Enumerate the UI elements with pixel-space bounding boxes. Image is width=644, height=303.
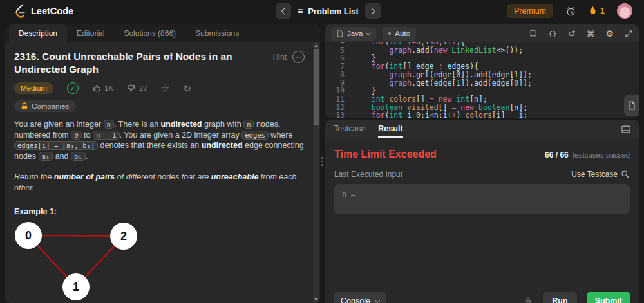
scroll-down-icon[interactable]	[314, 298, 318, 301]
language-label: Java	[347, 30, 363, 37]
companies-button[interactable]: Companies	[14, 100, 76, 112]
problem-title: 2316. Count Unreachable Pairs of Nodes i…	[14, 50, 273, 76]
line-number: 11	[325, 95, 345, 104]
premium-button[interactable]: Premium	[507, 4, 553, 18]
use-testcase-button[interactable]: Use Testcase	[571, 170, 630, 179]
companies-label: Companies	[32, 102, 69, 110]
shortcuts-icon[interactable]: ⌘	[586, 30, 594, 38]
passed-label: testcases passed	[573, 151, 630, 159]
editor-toolbar-icons: {} ↺ ⌘ ⚙	[529, 29, 633, 38]
left-scrollbar-thumb[interactable]	[314, 49, 319, 125]
debug-bug-icon[interactable]	[523, 296, 533, 303]
nav-center: ≡ Problem List	[276, 3, 381, 19]
editor-panel: Java Auto {} ↺ ⌘ ⚙	[325, 24, 639, 118]
note-file-icon	[628, 101, 636, 110]
problem-panel: Description Editorial Solutions (866) Su…	[5, 24, 320, 303]
likes-count: 1K	[104, 84, 113, 92]
use-testcase-label: Use Testcase	[571, 170, 618, 179]
line-number: 8	[325, 71, 345, 79]
chevron-down-icon	[375, 297, 380, 302]
favorite-star-icon[interactable]: ☆	[161, 84, 169, 93]
code-file-icon	[337, 30, 343, 37]
code-lines: 4 for(int i=0;i<n;i++){5 graph.add(new L…	[325, 42, 639, 118]
more-options-icon[interactable]	[292, 51, 305, 63]
tab-testcase[interactable]: Testcase	[334, 120, 365, 138]
settings-gear-icon[interactable]: ⚙	[605, 29, 614, 38]
reset-code-icon[interactable]: ↺	[568, 29, 576, 38]
last-input-field[interactable]: n =	[334, 184, 630, 214]
console-bar: Console Run Submit	[334, 292, 630, 303]
code-editor[interactable]: 4 for(int i=0;i<n;i++){5 graph.add(new L…	[325, 42, 639, 118]
code-line: 13 for(int i=0;i<n;i++) colors[i] = i;	[325, 111, 639, 118]
line-number: 13	[325, 111, 345, 118]
auto-button[interactable]: Auto	[383, 27, 416, 41]
tab-solutions[interactable]: Solutions (866)	[114, 24, 185, 42]
use-testcase-icon	[621, 170, 630, 179]
avatar[interactable]	[617, 3, 632, 19]
language-selector[interactable]: Java	[331, 27, 376, 41]
leetcode-logo-icon	[13, 3, 26, 18]
run-status: Time Limit Exceeded	[334, 149, 437, 160]
thumbs-up-icon	[92, 84, 101, 93]
example-heading: Example 1:	[14, 207, 305, 216]
timer-icon[interactable]	[565, 6, 576, 17]
passed-count: 66 / 66	[545, 151, 569, 160]
auto-dot-icon	[388, 32, 391, 35]
tab-description[interactable]: Description	[9, 24, 67, 42]
chevron-right-icon	[368, 8, 375, 14]
share-icon[interactable]: ↻	[183, 84, 191, 93]
example-graph-figure: 021	[14, 219, 305, 303]
chevron-left-icon	[281, 8, 288, 14]
svg-text:1: 1	[73, 280, 79, 293]
likes-button[interactable]: 1K	[92, 84, 113, 93]
nav-right: Premium 1	[507, 0, 632, 22]
testcases-passed: 66 / 66 testcases passed	[545, 151, 630, 160]
menu-icon: ≡	[298, 6, 303, 15]
problem-stats: Medium ✓ 1K 27 ☆ ↻	[14, 82, 305, 95]
auto-label: Auto	[395, 30, 410, 37]
submit-button[interactable]: Submit	[587, 292, 630, 303]
console-label: Console	[341, 297, 370, 303]
top-nav: LeetCode ≡ Problem List Premium 1	[0, 0, 644, 22]
problem-content: 2316. Count Unreachable Pairs of Nodes i…	[5, 42, 320, 303]
panel-resize-handle[interactable]	[321, 157, 323, 166]
tab-result[interactable]: Result	[378, 120, 402, 138]
format-code-icon[interactable]: {}	[548, 30, 556, 37]
tab-submissions[interactable]: Submissions	[185, 24, 249, 42]
problem-tabs: Description Editorial Solutions (866) Su…	[5, 24, 320, 42]
result-panel: Testcase Result Time Limit Exceeded 66 /…	[325, 120, 639, 303]
next-problem-button[interactable]	[365, 3, 381, 19]
tab-editorial[interactable]: Editorial	[67, 24, 114, 42]
bookmark-icon[interactable]	[529, 29, 537, 38]
notes-flyout-tab[interactable]	[624, 95, 639, 116]
run-button[interactable]: Run	[543, 292, 576, 303]
line-number: 7	[325, 62, 345, 71]
problem-list-button[interactable]: ≡ Problem List	[298, 6, 359, 16]
hint-button[interactable]: Hint	[273, 53, 287, 62]
svg-text:2: 2	[120, 230, 127, 243]
problem-list-label: Problem List	[308, 6, 359, 16]
leetcode-logo[interactable]: LeetCode	[13, 3, 73, 18]
editor-toolbar: Java Auto {} ↺ ⌘ ⚙	[325, 24, 639, 42]
scroll-up-icon[interactable]	[314, 44, 318, 47]
console-button[interactable]: Console	[334, 292, 386, 303]
streak-counter[interactable]: 1	[589, 6, 605, 16]
solved-check-icon: ✓	[67, 82, 79, 94]
logo-text: LeetCode	[31, 6, 73, 16]
fullscreen-icon[interactable]	[625, 30, 633, 38]
svg-text:0: 0	[25, 229, 32, 242]
difficulty-badge[interactable]: Medium	[14, 82, 53, 94]
dislikes-count: 27	[139, 84, 147, 92]
result-body: Time Limit Exceeded 66 / 66 testcases pa…	[325, 149, 639, 303]
dislikes-button[interactable]: 27	[127, 84, 147, 93]
description-paragraph-1: You are given an integer n. There is an …	[14, 119, 305, 161]
description-paragraph-2: Return the number of pairs of different …	[14, 172, 305, 193]
leetcode-app: LeetCode ≡ Problem List Premium 1	[0, 0, 644, 303]
streak-count: 1	[600, 6, 605, 15]
flame-icon	[589, 6, 597, 16]
last-executed-input-label: Last Executed Input	[334, 170, 402, 179]
prev-problem-button[interactable]	[276, 3, 291, 19]
chevron-down-icon	[366, 30, 371, 35]
panel-layout-icon[interactable]	[621, 125, 630, 133]
left-scrollbar[interactable]	[313, 42, 319, 303]
